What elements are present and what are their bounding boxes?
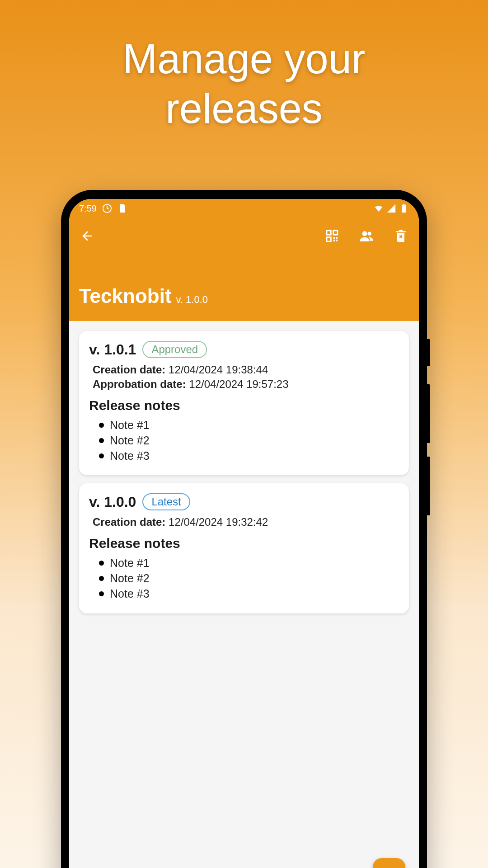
svg-rect-4 xyxy=(333,231,338,235)
release-note-item: Note #2 xyxy=(99,571,399,586)
release-card[interactable]: v. 1.0.1ApprovedCreation date: 12/04/202… xyxy=(79,331,409,475)
release-card[interactable]: v. 1.0.0LatestCreation date: 12/04/2024 … xyxy=(79,483,409,613)
release-list: v. 1.0.1ApprovedCreation date: 12/04/202… xyxy=(69,321,419,613)
app-bar: Tecknobit v. 1.0.0 xyxy=(69,218,419,321)
release-note-item: Note #3 xyxy=(99,448,399,464)
release-note-item: Note #1 xyxy=(99,556,399,571)
signal-icon xyxy=(386,203,396,213)
arrow-left-icon xyxy=(80,229,94,243)
creation-date-row: Creation date: 12/04/2024 19:32:42 xyxy=(93,516,399,528)
svg-rect-5 xyxy=(327,237,331,241)
svg-rect-2 xyxy=(403,204,405,205)
svg-rect-7 xyxy=(336,240,338,241)
back-button[interactable] xyxy=(79,228,95,244)
release-note-item: Note #3 xyxy=(99,586,399,602)
add-release-fab[interactable] xyxy=(373,858,405,868)
status-bar: 7:59 xyxy=(69,199,419,218)
creation-date-row: Creation date: 12/04/2024 19:38:44 xyxy=(93,363,399,376)
release-version: v. 1.0.1 xyxy=(89,341,136,358)
app-version: v. 1.0.0 xyxy=(176,294,208,306)
qr-icon xyxy=(325,229,339,243)
people-icon xyxy=(359,229,374,243)
svg-rect-1 xyxy=(402,205,406,212)
status-badge: Approved xyxy=(142,341,207,358)
svg-rect-8 xyxy=(333,240,335,241)
phone-frame: 7:59 xyxy=(61,190,427,868)
svg-point-10 xyxy=(362,231,367,236)
svg-rect-6 xyxy=(333,237,335,239)
release-version: v. 1.0.0 xyxy=(89,494,136,510)
svg-rect-9 xyxy=(336,237,338,239)
screen: 7:59 xyxy=(69,199,419,868)
qr-button[interactable] xyxy=(324,228,340,244)
svg-point-11 xyxy=(367,231,371,236)
status-sd-icon xyxy=(117,203,127,213)
svg-rect-3 xyxy=(327,231,331,235)
status-notification-icon xyxy=(102,203,112,213)
release-notes-list: Note #1Note #2Note #3 xyxy=(89,556,399,601)
release-notes-heading: Release notes xyxy=(89,536,399,551)
battery-icon xyxy=(399,203,409,213)
status-time: 7:59 xyxy=(79,203,97,214)
approbation-date-row: Approbation date: 12/04/2024 19:57:23 xyxy=(93,378,399,391)
release-notes-heading: Release notes xyxy=(89,398,399,413)
release-note-item: Note #2 xyxy=(99,433,399,448)
app-name: Tecknobit xyxy=(79,285,172,307)
release-notes-list: Note #1Note #2Note #3 xyxy=(89,418,399,463)
release-note-item: Note #1 xyxy=(99,418,399,433)
promo-heading: Manage your releases xyxy=(0,0,488,134)
members-button[interactable] xyxy=(358,228,375,244)
trash-icon xyxy=(394,229,408,243)
delete-button[interactable] xyxy=(393,228,409,244)
status-badge: Latest xyxy=(142,493,190,510)
wifi-icon xyxy=(374,203,384,213)
